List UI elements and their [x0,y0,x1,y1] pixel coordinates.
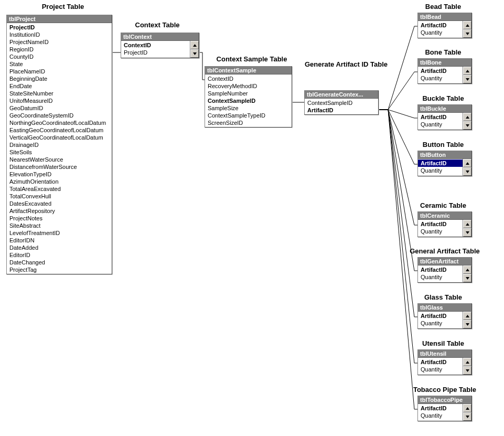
field-SiteSoils[interactable]: SiteSoils [7,148,112,156]
scroll-spinner[interactable] [463,220,471,237]
entity-contextSample[interactable]: tblContextSampleContextIDRecoveryMethodI… [205,66,292,127]
entity-project[interactable]: tblProjectProjectIDInstitutionIDProjectN… [6,15,112,274]
field-Quantity[interactable]: Quantity [418,412,463,419]
field-TotalAreaExcavated[interactable]: TotalAreaExcavated [7,185,112,193]
field-ContextSampleID[interactable]: ContextSampleID [205,97,292,104]
entity-ceramic[interactable]: tblCeramicArtifactIDQuantity [417,211,472,237]
scroll-up-icon[interactable] [463,220,471,228]
field-ProjectID[interactable]: ProjectID [7,24,112,31]
entity-header[interactable]: tblButton [418,151,471,159]
field-ContextSampleTypeID[interactable]: ContextSampleTypeID [205,112,292,119]
scroll-up-icon[interactable] [190,41,199,49]
field-SampleNumber[interactable]: SampleNumber [205,90,292,97]
field-DistancefromWaterSource[interactable]: DistancefromWaterSource [7,163,112,171]
entity-glass[interactable]: tblGlassArtifactIDQuantity [417,303,472,329]
field-ArtifactID[interactable]: ArtifactID [418,220,463,228]
entity-button[interactable]: tblButtonArtifactIDQuantity [417,151,472,176]
scroll-down-icon[interactable] [463,412,471,421]
field-ArtifactID[interactable]: ArtifactID [418,266,463,273]
field-CountyID[interactable]: CountyID [7,53,112,60]
entity-generate[interactable]: tblGenerateContex...ContextSampleIDArtif… [304,90,379,115]
scroll-up-icon[interactable] [463,312,471,320]
entity-bead[interactable]: tblBeadArtifactIDQuantity [417,13,472,38]
field-ArtifactID[interactable]: ArtifactID [418,312,463,320]
field-ArtifactID[interactable]: ArtifactID [418,358,463,366]
scroll-up-icon[interactable] [463,67,471,75]
scroll-spinner[interactable] [463,358,471,375]
field-EastingGeoCoordinateofLocalDatum[interactable]: EastingGeoCoordinateofLocalDatum [7,126,112,134]
field-EditorID[interactable]: EditorID [7,251,112,259]
field-ProjectNameID[interactable]: ProjectNameID [7,38,112,46]
scroll-spinner[interactable] [463,404,471,421]
scroll-up-icon[interactable] [463,113,471,121]
field-ProjectID[interactable]: ProjectID [121,49,190,56]
field-GeoDatumID[interactable]: GeoDatumID [7,104,112,112]
entity-header[interactable]: tblProject [7,15,112,23]
field-EndDate[interactable]: EndDate [7,82,112,90]
field-RecoveryMethodID[interactable]: RecoveryMethodID [205,82,292,90]
er-diagram-canvas[interactable]: Project TableContext TableContext Sample… [0,0,504,436]
field-ArtifactID[interactable]: ArtifactID [418,113,463,121]
field-UnitofMeasureID[interactable]: UnitofMeasureID [7,97,112,104]
scroll-down-icon[interactable] [463,320,471,328]
field-ArtifactID[interactable]: ArtifactID [418,67,463,75]
entity-header[interactable]: tblBead [418,13,471,21]
field-SampleSize[interactable]: SampleSize [205,104,292,112]
field-DateAdded[interactable]: DateAdded [7,244,112,251]
entity-header[interactable]: tblCeramic [418,212,471,220]
entity-header[interactable]: tblTobaccoPipe [418,396,471,404]
field-DateChanged[interactable]: DateChanged [7,259,112,266]
field-DrainageID[interactable]: DrainageID [7,141,112,148]
entity-header[interactable]: tblContextSample [205,67,292,75]
field-NearestWaterSource[interactable]: NearestWaterSource [7,156,112,163]
field-GeoCoordinateSystemID[interactable]: GeoCoordinateSystemID [7,112,112,119]
field-VerticalGeoCoordinateofLocalDatum[interactable]: VerticalGeoCoordinateofLocalDatum [7,134,112,141]
field-Quantity[interactable]: Quantity [418,29,463,36]
scroll-spinner[interactable] [463,113,471,130]
scroll-down-icon[interactable] [463,29,471,38]
field-ContextID[interactable]: ContextID [205,75,292,82]
field-State[interactable]: State [7,60,112,68]
field-NorthingGeoCoordinateofLocalDatum[interactable]: NorthingGeoCoordinateofLocalDatum [7,119,112,126]
scroll-up-icon[interactable] [463,265,471,274]
field-ProjectNotes[interactable]: ProjectNotes [7,215,112,222]
field-DatesExcavated[interactable]: DatesExcavated [7,200,112,207]
field-ArtifactID[interactable]: ArtifactID [418,159,463,167]
scroll-up-icon[interactable] [463,159,471,167]
scroll-down-icon[interactable] [190,49,199,58]
field-Quantity[interactable]: Quantity [418,273,463,281]
scroll-down-icon[interactable] [463,75,471,83]
entity-utensil[interactable]: tblUtensilArtifactIDQuantity [417,349,472,375]
field-TotalConvexHull[interactable]: TotalConvexHull [7,193,112,200]
entity-genArtifact[interactable]: tblGenArtifactArtifactIDQuantity [417,257,472,283]
entity-header[interactable]: tblGlass [418,304,471,312]
field-ScreenSizeID[interactable]: ScreenSizeID [205,119,292,126]
field-ArtifactID[interactable]: ArtifactID [418,405,463,412]
entity-header[interactable]: tblGenArtifact [418,258,471,265]
scroll-up-icon[interactable] [463,21,471,29]
field-Quantity[interactable]: Quantity [418,366,463,373]
field-Quantity[interactable]: Quantity [418,121,463,128]
field-Quantity[interactable]: Quantity [418,320,463,327]
scroll-down-icon[interactable] [463,274,471,282]
scroll-down-icon[interactable] [463,366,471,375]
field-ProjectTag[interactable]: ProjectTag [7,266,112,273]
field-RegionID[interactable]: RegionID [7,46,112,53]
field-Quantity[interactable]: Quantity [418,228,463,235]
field-AzimuthOrientation[interactable]: AzimuthOrientation [7,178,112,185]
entity-bone[interactable]: tblBoneArtifactIDQuantity [417,58,472,84]
field-StateSiteNumber[interactable]: StateSiteNumber [7,90,112,97]
field-ArtifactRepository[interactable]: ArtifactRepository [7,207,112,215]
field-ElevationTypeID[interactable]: ElevationTypeID [7,171,112,178]
field-InstitutionID[interactable]: InstitutionID [7,31,112,38]
entity-header[interactable]: tblGenerateContex... [305,91,378,99]
field-PlaceNameID[interactable]: PlaceNameID [7,68,112,75]
scroll-spinner[interactable] [463,21,471,38]
scroll-down-icon[interactable] [463,167,471,176]
field-BeginningDate[interactable]: BeginningDate [7,75,112,82]
field-ContextSampleID[interactable]: ContextSampleID [305,99,378,107]
field-ContextID[interactable]: ContextID [121,41,190,49]
scroll-down-icon[interactable] [463,121,471,130]
scroll-down-icon[interactable] [463,228,471,237]
field-SiteAbstract[interactable]: SiteAbstract [7,222,112,229]
